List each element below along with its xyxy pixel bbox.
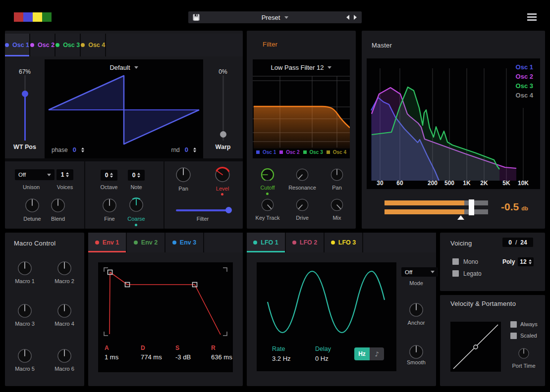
velocity-curve-display[interactable] <box>450 322 501 372</box>
anchor-label: Anchor <box>396 320 436 326</box>
phase-control[interactable]: phase 0 <box>52 146 84 153</box>
resonance-knob[interactable] <box>295 167 310 182</box>
macro-4-knob[interactable] <box>56 302 73 319</box>
anchor-knob[interactable] <box>408 301 425 318</box>
poly-stepper[interactable]: 12 <box>518 257 534 266</box>
velocity-curve-graphic <box>450 322 501 372</box>
stepper-arrows[interactable] <box>81 147 84 152</box>
lfo-waveform-graphic <box>257 262 396 342</box>
lfo-display[interactable]: Rate 3.2 Hz Delay 0 Hz Hz ♪ <box>257 262 396 371</box>
tab-osc-4[interactable]: Osc 4 <box>81 34 106 56</box>
tab-osc-3[interactable]: Osc 3 <box>55 34 81 56</box>
mono-label: Mono <box>463 258 478 265</box>
spectrum-legend: Osc 1 Osc 2 Osc 3 Osc 4 <box>516 62 533 100</box>
volume-slider-handle[interactable] <box>469 199 474 215</box>
macro-2-label: Macro 2 <box>45 278 84 284</box>
hz-mode-button[interactable]: Hz <box>354 347 370 360</box>
mono-checkbox[interactable] <box>452 258 459 265</box>
envelope-graphic[interactable] <box>98 262 233 342</box>
osc-filter-slider[interactable] <box>176 207 231 213</box>
tab-env-2[interactable]: Env 2 <box>127 233 165 252</box>
cutoff-knob[interactable] <box>260 167 275 182</box>
port-time-label: Port Time <box>504 363 544 369</box>
envelope-display[interactable]: A 1 ms D 774 ms S -3 dB R 636 ms <box>98 262 233 372</box>
chevron-down-icon <box>431 271 435 273</box>
legato-checkbox[interactable] <box>452 270 459 277</box>
drive-label: Drive <box>282 215 322 221</box>
velocity-curve-handle[interactable] <box>474 345 478 349</box>
wt-pos-slider-thumb[interactable] <box>22 91 28 97</box>
macro-5-knob[interactable] <box>16 347 33 364</box>
macro-1-label: Macro 1 <box>5 278 45 284</box>
coarse-mod-dot <box>135 224 137 226</box>
voice-count-display: 0 / 24 <box>502 238 533 247</box>
detune-knob[interactable] <box>24 197 41 214</box>
app-logo <box>14 12 52 22</box>
preset-next-button[interactable] <box>354 15 357 20</box>
synth-app: Preset Osc 1 Osc <box>0 0 550 392</box>
warp-slider[interactable] <box>222 75 224 141</box>
wavetable-display[interactable]: Default phase 0 rnd 0 <box>45 59 203 158</box>
key-track-knob[interactable] <box>260 197 275 212</box>
port-time-knob[interactable] <box>517 347 530 360</box>
attack-value[interactable]: 1 ms <box>105 353 118 361</box>
octave-stepper[interactable]: 0 <box>101 170 117 181</box>
cutoff-label: Cutoff <box>248 185 287 191</box>
rnd-control[interactable]: rnd 0 <box>171 146 196 153</box>
voices-stepper[interactable]: 1 <box>56 169 73 180</box>
freq-tick: 200 <box>428 180 438 187</box>
tab-env-1[interactable]: Env 1 <box>88 233 127 252</box>
note-stepper[interactable]: 0 <box>128 170 145 181</box>
filter-type-selector[interactable]: Low Pass Filter 12 <box>253 64 350 71</box>
scaled-label: Scaled <box>520 333 537 339</box>
lfo1-dot-icon <box>253 241 257 245</box>
osc-pan-label: Pan <box>164 186 203 192</box>
lfo-mode-dropdown[interactable]: Off <box>401 267 438 277</box>
stepper-arrows[interactable] <box>193 147 196 152</box>
mix-knob[interactable] <box>330 197 344 212</box>
lfo-delay-control[interactable]: Delay 0 Hz <box>315 345 331 362</box>
filter-title: Filter <box>263 41 277 48</box>
scaled-checkbox[interactable] <box>510 333 517 339</box>
preset-selector[interactable]: Preset <box>188 11 362 23</box>
filter-pan-knob[interactable] <box>330 167 344 182</box>
volume-meter[interactable] <box>385 199 488 220</box>
osc-filter-slider-thumb[interactable] <box>225 207 232 213</box>
unison-dropdown[interactable]: Off <box>15 169 55 180</box>
tab-lfo-3[interactable]: LFO 3 <box>325 233 363 252</box>
drive-knob[interactable] <box>295 197 310 212</box>
release-value[interactable]: 636 ms <box>211 353 232 361</box>
macro-6-knob[interactable] <box>56 347 73 364</box>
macro-3-knob[interactable] <box>16 302 33 319</box>
decay-value[interactable]: 774 ms <box>141 353 162 361</box>
tab-lfo-2[interactable]: LFO 2 <box>286 233 325 252</box>
filter-display[interactable]: Low Pass Filter 12 <box>253 59 350 158</box>
note-label: Note <box>116 184 156 190</box>
freq-tick: 10K <box>518 180 529 187</box>
smooth-knob[interactable] <box>408 343 425 360</box>
warp-slider-thumb[interactable] <box>220 131 226 138</box>
tab-env-3[interactable]: Env 3 <box>165 233 204 252</box>
poly-label: Poly <box>502 258 515 265</box>
lfo-rate-control[interactable]: Rate 3.2 Hz <box>272 345 291 362</box>
sustain-value[interactable]: -3 dB <box>175 353 191 361</box>
level-knob[interactable] <box>214 166 231 184</box>
tempo-mode-button[interactable]: ♪ <box>370 347 384 360</box>
osc-pan-knob[interactable] <box>174 166 192 184</box>
menu-button[interactable] <box>527 13 537 21</box>
tab-lfo-1[interactable]: LFO 1 <box>247 233 286 252</box>
preset-prev-button[interactable] <box>346 15 349 20</box>
wt-pos-value: 67% <box>5 68 45 75</box>
always-checkbox[interactable] <box>510 321 517 328</box>
env3-dot-icon <box>172 241 176 245</box>
tab-osc-1[interactable]: Osc 1 <box>5 34 30 56</box>
wt-pos-slider[interactable] <box>24 75 26 141</box>
fine-knob[interactable] <box>101 197 118 214</box>
macro-2-knob[interactable] <box>56 260 73 277</box>
macro-1-knob[interactable] <box>16 260 33 277</box>
blend-knob[interactable] <box>50 197 66 214</box>
coarse-knob[interactable] <box>128 196 145 213</box>
voices-max: 24 <box>520 239 527 246</box>
warp-label: Warp <box>203 144 243 150</box>
tab-osc-2[interactable]: Osc 2 <box>30 34 55 56</box>
